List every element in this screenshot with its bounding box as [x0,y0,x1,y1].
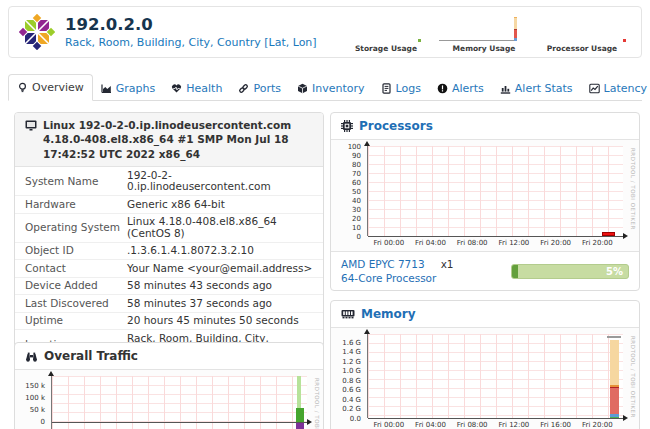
cpu-icon [341,120,353,132]
heartbeat-icon [171,83,182,94]
tab-label: Alert Stats [515,82,573,95]
cpu-usage-label: 5% [606,265,623,278]
memory-panel: Memory 0.00.2 G0.4 G0.6 G0.8 G1.0 G1.2 G… [330,300,640,429]
cpu-name-link[interactable]: AMD EPYC 7713 [341,257,425,271]
minigraph-label: Processor Usage [535,44,629,53]
row-label: Contact [25,263,127,275]
table-row: Device Added58 minutes 43 seconds ago [15,277,323,295]
row-value: 20 hours 45 minutes 50 seconds [127,315,313,327]
processors-panel: Processors 0102030405060708090100Fri 00:… [330,112,640,291]
tab-label: Alerts [452,82,484,95]
area-chart-icon [101,83,112,94]
table-row: HardwareGeneric x86 64-bit [15,195,323,213]
tab-logs[interactable]: Logs [373,76,429,101]
os-icon [25,120,37,131]
tab-label: Logs [396,82,421,95]
system-panel-header: Linux 192-0-2-0.ip.linodeusercontent.com… [15,113,323,167]
tab-label: Health [186,82,222,95]
row-value: 192-0-2-0.ip.linodeusercontent.com [127,170,313,193]
minigraph-label: Storage Usage [339,44,433,53]
minigraph-storage[interactable]: Storage Usage [339,9,433,55]
row-label: System Name [25,176,127,188]
device-header: 192.0.2.0 Rack, Room, Building, City, Co… [8,6,642,58]
tab-label: Overview [32,81,84,94]
centos-logo-icon [19,14,55,50]
minigraph-processor[interactable]: Processor Usage [535,9,629,55]
cpu-usage-bar: 5% [511,264,629,279]
memory-panel-header[interactable]: Memory [331,301,639,328]
memory-title: Memory [361,307,416,321]
processors-graph[interactable]: 0102030405060708090100Fri 00:00Fri 04:00… [331,140,639,251]
tab-label: Latency [604,82,647,95]
table-row: Uptime20 hours 45 minutes 50 seconds [15,312,323,330]
minigraph-memory[interactable]: Memory Usage [437,9,531,55]
binoculars-icon [25,351,38,362]
tab-label: Inventory [312,82,365,95]
traffic-panel: Overall Traffic 050 k100 k150 kRRDTOOL /… [14,342,324,429]
row-value: Generic x86 64-bit [127,199,313,211]
tab-health[interactable]: Health [163,76,230,101]
table-row: Last Discovered58 minutes 37 seconds ago [15,294,323,312]
processor-sparkline [535,11,629,43]
table-row: Object ID.1.3.6.1.4.1.8072.3.2.10 [15,242,323,260]
line-chart-icon [589,83,600,94]
row-value: Your Name <your@email.address> [127,263,313,275]
row-label: Hardware [25,199,127,211]
processors-panel-header[interactable]: Processors [331,113,639,140]
row-value: 58 minutes 43 seconds ago [127,280,313,292]
device-location-link[interactable]: Rack, Room, Building, City, Country [Lat… [65,36,317,49]
tab-label: Ports [253,82,281,95]
device-title: 192.0.2.0 [65,15,317,34]
file-icon [381,83,392,94]
row-label: Uptime [25,315,127,327]
processors-title: Processors [359,119,433,133]
minigraph-label: Memory Usage [437,44,531,53]
traffic-panel-header: Overall Traffic [15,343,323,370]
cpu-usage-fill [512,265,518,278]
memory-icon [341,309,355,319]
tab-alert-stats[interactable]: Alert Stats [492,76,581,101]
tab-latency[interactable]: Latency [581,76,650,101]
tab-graphs[interactable]: Graphs [93,76,163,101]
cube-icon [297,83,308,94]
tab-label: Graphs [116,82,155,95]
row-label: Device Added [25,280,127,292]
page: 192.0.2.0 Rack, Room, Building, City, Co… [0,0,650,429]
tab-overview[interactable]: Overview [8,74,93,101]
header-minigraphs: Storage Usage Memory Usage Processor Usa… [339,9,631,55]
row-value: Linux 4.18.0-408.el8.x86_64 (CentOS 8) [127,216,313,239]
row-value: .1.3.6.1.4.1.8072.3.2.10 [127,245,313,257]
tab-ports[interactable]: Ports [230,76,289,101]
alert-circle-icon [437,83,448,94]
traffic-title: Overall Traffic [44,349,138,363]
table-row: System Name192-0-2-0.ip.linodeuserconten… [15,167,323,195]
memory-sparkline [437,11,531,43]
row-label: Object ID [25,245,127,257]
row-value: 58 minutes 37 seconds ago [127,298,313,310]
tab-alerts[interactable]: Alerts [429,76,492,101]
lightbulb-icon [17,82,28,93]
bar-chart-icon [500,83,511,94]
storage-sparkline [339,11,433,43]
system-title: Linux 192-0-2-0.ip.linodeusercontent.com… [43,118,313,161]
cpu-row: AMD EPYC 7713 x1 64-Core Processor 5% [331,251,639,290]
tab-bar: Overview Graphs Health Ports Inventory L… [8,71,642,101]
table-row: Operating SystemLinux 4.18.0-408.el8.x86… [15,213,323,242]
memory-graph[interactable]: 0.00.2 G0.4 G0.6 G0.8 G1.0 G1.2 G1.4 G1.… [331,328,639,429]
cpu-count: x1 [441,257,454,271]
cpu-desc-link[interactable]: 64-Core Processor [341,271,454,285]
traffic-graph[interactable]: 050 k100 k150 kRRDTOOL / TOBI OETIKER [15,370,323,429]
row-label: Last Discovered [25,298,127,310]
tab-inventory[interactable]: Inventory [289,76,373,101]
table-row: ContactYour Name <your@email.address> [15,259,323,277]
row-label: Operating System [25,222,127,234]
link-icon [238,83,249,94]
